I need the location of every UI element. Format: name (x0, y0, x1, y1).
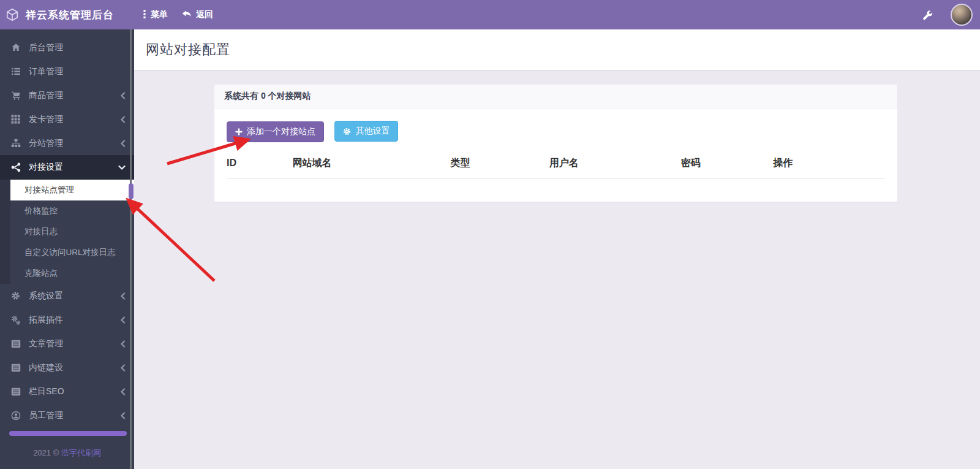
panel-body: 添加一个对接站点 其他设置 (214, 109, 897, 202)
integration-submenu: 对接站点管理 价格监控 对接日志 自定义访问URL对接日志 克隆站点 (0, 180, 134, 284)
chevron-left-icon (120, 116, 126, 123)
other-settings-button[interactable]: 其他设置 (334, 121, 398, 142)
table-header-row: ID 网站域名 类型 用户名 密码 操作 (227, 150, 885, 179)
home-icon (10, 43, 21, 52)
plus-icon (235, 128, 243, 135)
page-title: 网站对接配置 (146, 40, 230, 59)
sidebar-item-label: 后台管理 (29, 42, 63, 53)
share-nodes-icon (10, 162, 21, 172)
sidebar-item-label: 系统设置 (29, 291, 63, 302)
integration-sites-table: ID 网站域名 类型 用户名 密码 操作 (227, 150, 885, 190)
column-actions: 操作 (773, 150, 885, 179)
add-integration-site-button[interactable]: 添加一个对接站点 (227, 121, 324, 142)
chevron-left-icon (120, 412, 126, 419)
submenu-item-site-management[interactable]: 对接站点管理 (10, 180, 134, 200)
back-link[interactable]: 返回 (181, 9, 213, 20)
grid-icon (10, 115, 21, 124)
submenu-item-custom-url-log[interactable]: 自定义访问URL对接日志 (0, 242, 134, 263)
wrench-icon[interactable] (922, 10, 933, 20)
sidebar-item-label: 拓展插件 (29, 315, 63, 326)
gear-icon (10, 291, 21, 300)
sidebar-item-label: 分站管理 (29, 138, 63, 149)
sidebar-copyright: 2021 © 浩宇代刷网 (0, 448, 134, 459)
page-body: 系统共有 0 个对接网站 添加一个对接站点 其他设置 (134, 71, 980, 469)
add-button-label: 添加一个对接站点 (247, 126, 315, 137)
sidebar-item-label: 商品管理 (29, 90, 63, 101)
submenu-item-price-monitor[interactable]: 价格监控 (0, 200, 134, 221)
sidebar-item-label: 内链建设 (29, 362, 63, 373)
menu-label: 菜单 (151, 9, 168, 20)
vertical-dots-icon (143, 9, 146, 21)
sidebar-item-integration-settings[interactable]: 对接设置 (0, 155, 134, 180)
site-link[interactable]: 浩宇代刷网 (61, 448, 101, 457)
gear-icon (343, 128, 351, 135)
chevron-left-icon (120, 140, 126, 147)
column-domain: 网站域名 (293, 150, 451, 179)
copyright-text: 2021 © (33, 448, 59, 457)
sidebar-item-articles[interactable]: 文章管理 (0, 332, 134, 356)
topbar-right (922, 4, 980, 26)
back-label: 返回 (196, 9, 213, 20)
sidebar-item-label: 员工管理 (29, 410, 63, 421)
sidebar-item-label: 对接设置 (29, 162, 63, 173)
user-avatar[interactable] (951, 4, 973, 26)
main-content: 网站对接配置 系统共有 0 个对接网站 添加一个对接站点 (134, 29, 980, 469)
submenu-item-clone-site[interactable]: 克隆站点 (0, 263, 134, 284)
sidebar-footer-bar (9, 431, 127, 436)
chevron-left-icon (120, 316, 126, 324)
column-type: 类型 (451, 150, 549, 179)
list-icon (10, 67, 21, 76)
sidebar-item-products[interactable]: 商品管理 (0, 83, 134, 107)
chevron-left-icon (120, 340, 126, 348)
top-navbar: 祥云系统管理后台 菜单 返回 (0, 0, 980, 29)
sidebar-item-staff[interactable]: 员工管理 (0, 403, 134, 427)
menu-toggle[interactable]: 菜单 (143, 9, 168, 21)
submenu-item-integration-log[interactable]: 对接日志 (0, 221, 134, 242)
sidebar-item-internal-links[interactable]: 内链建设 (0, 356, 134, 379)
settings-button-label: 其他设置 (355, 126, 390, 137)
sidebar: 后台管理 订单管理 商品管理 (0, 29, 134, 469)
column-id: ID (227, 150, 293, 179)
sidebar-item-label: 栏目SEO (29, 386, 64, 397)
integration-panel: 系统共有 0 个对接网站 添加一个对接站点 其他设置 (214, 85, 897, 202)
sidebar-item-cards[interactable]: 发卡管理 (0, 107, 134, 131)
sitemap-icon (10, 139, 21, 148)
cube-icon (6, 8, 19, 21)
sidebar-nav: 后台管理 订单管理 商品管理 (0, 29, 134, 427)
gears-icon (10, 315, 21, 325)
user-circle-icon (10, 411, 21, 421)
sidebar-item-system-settings[interactable]: 系统设置 (0, 284, 134, 308)
article-icon (10, 364, 21, 372)
sidebar-item-substations[interactable]: 分站管理 (0, 131, 134, 155)
sidebar-item-backend[interactable]: 后台管理 (0, 36, 134, 59)
sidebar-scrollbar-thumb[interactable] (129, 183, 134, 199)
article-icon (10, 340, 21, 348)
chevron-down-icon (118, 165, 126, 170)
reply-arrow-icon (181, 9, 192, 20)
sidebar-item-plugins[interactable]: 拓展插件 (0, 308, 134, 332)
sidebar-item-label: 发卡管理 (29, 114, 63, 125)
brand[interactable]: 祥云系统管理后台 (0, 8, 134, 22)
article-icon (10, 387, 21, 396)
cart-icon (10, 91, 21, 100)
chevron-left-icon (120, 364, 126, 372)
column-password: 密码 (681, 150, 774, 179)
panel-summary: 系统共有 0 个对接网站 (214, 85, 897, 109)
sidebar-item-column-seo[interactable]: 栏目SEO (0, 379, 134, 403)
brand-title: 祥云系统管理后台 (26, 8, 114, 22)
chevron-left-icon (120, 92, 126, 99)
page-header: 网站对接配置 (134, 29, 980, 71)
column-username: 用户名 (549, 150, 681, 179)
empty-table-row (227, 178, 885, 189)
sidebar-item-orders[interactable]: 订单管理 (0, 59, 134, 83)
chevron-left-icon (120, 292, 126, 300)
sidebar-scrollbar-track[interactable] (130, 29, 132, 469)
chevron-left-icon (120, 388, 126, 395)
sidebar-item-label: 文章管理 (29, 338, 63, 349)
sidebar-item-label: 订单管理 (29, 66, 63, 77)
